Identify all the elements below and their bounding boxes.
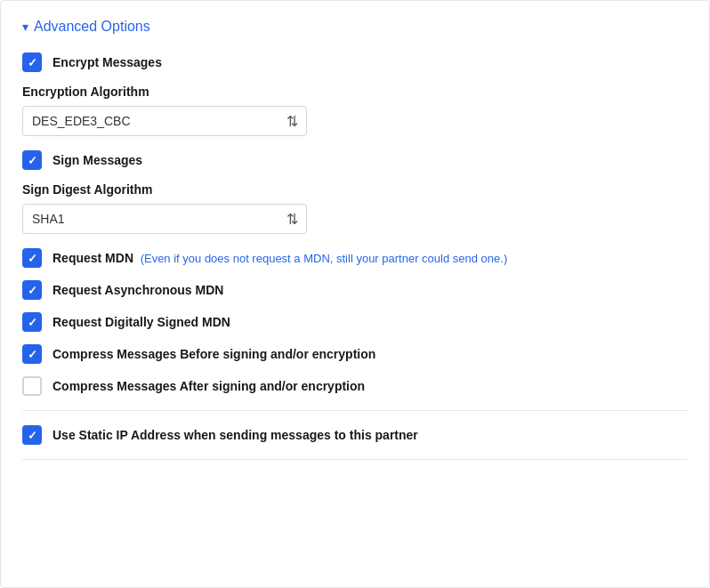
checkmark-icon: ✓: [28, 349, 37, 360]
static-ip-row: ✓ Use Static IP Address when sending mes…: [22, 425, 688, 445]
request-mdn-checkbox[interactable]: ✓: [22, 248, 42, 268]
request-async-mdn-label: Request Asynchronous MDN: [52, 283, 223, 297]
encrypt-messages-label: Encrypt Messages: [52, 55, 162, 69]
encrypt-messages-checkbox[interactable]: ✓: [22, 52, 42, 72]
checkmark-icon: ✓: [28, 317, 37, 328]
encryption-algorithm-label: Encryption Algorithm: [22, 85, 688, 99]
divider: [22, 410, 688, 411]
static-ip-checkbox[interactable]: ✓: [22, 425, 42, 445]
compress-after-checkbox[interactable]: [22, 376, 42, 396]
request-async-mdn-row: ✓Request Asynchronous MDN: [22, 280, 688, 300]
compress-after-row: Compress Messages After signing and/or e…: [22, 376, 688, 396]
sign-digest-algorithm-label: Sign Digest Algorithm: [22, 182, 688, 197]
encryption-algorithm-section: Encryption Algorithm DES_EDE3_CBC AES_12…: [22, 85, 688, 136]
compress-before-row: ✓Compress Messages Before signing and/or…: [22, 344, 688, 364]
checkmark-icon: ✓: [28, 57, 37, 68]
encryption-algorithm-select[interactable]: DES_EDE3_CBC AES_128_CBC AES_192_CBC AES…: [22, 106, 307, 136]
request-async-mdn-checkbox[interactable]: ✓: [22, 280, 42, 300]
encryption-algorithm-select-wrapper: DES_EDE3_CBC AES_128_CBC AES_192_CBC AES…: [22, 106, 307, 136]
sign-messages-checkbox[interactable]: ✓: [22, 150, 42, 170]
checkmark-icon: ✓: [28, 155, 37, 166]
static-ip-label: Use Static IP Address when sending messa…: [52, 428, 418, 442]
advanced-options-toggle[interactable]: ▾ Advanced Options: [22, 19, 688, 35]
sign-digest-algorithm-section: Sign Digest Algorithm SHA1 SHA256 SHA384…: [22, 182, 688, 234]
checkmark-icon: ✓: [28, 253, 37, 264]
checkboxes-container: ✓Request MDN (Even if you does not reque…: [22, 248, 688, 396]
request-signed-mdn-label: Request Digitally Signed MDN: [52, 315, 230, 329]
sign-digest-algorithm-select-wrapper: SHA1 SHA256 SHA384 SHA512 ⇅: [22, 204, 307, 234]
sign-digest-algorithm-select[interactable]: SHA1 SHA256 SHA384 SHA512: [22, 204, 307, 234]
compress-after-label: Compress Messages After signing and/or e…: [52, 379, 365, 393]
request-mdn-row: ✓Request MDN (Even if you does not reque…: [22, 248, 688, 268]
request-signed-mdn-row: ✓Request Digitally Signed MDN: [22, 312, 688, 332]
request-signed-mdn-checkbox[interactable]: ✓: [22, 312, 42, 332]
advanced-options-panel: ▾ Advanced Options ✓ Encrypt Messages En…: [0, 0, 710, 588]
sign-messages-label: Sign Messages: [52, 153, 142, 167]
checkmark-icon: ✓: [28, 430, 37, 441]
compress-before-checkbox[interactable]: ✓: [22, 344, 42, 364]
chevron-down-icon: ▾: [22, 20, 28, 34]
compress-before-label: Compress Messages Before signing and/or …: [52, 347, 375, 361]
request-mdn-note: (Even if you does not request a MDN, sti…: [137, 252, 507, 265]
bottom-divider: [22, 459, 688, 460]
checkmark-icon: ✓: [28, 285, 37, 296]
request-mdn-label: Request MDN (Even if you does not reques…: [52, 251, 507, 265]
sign-messages-row: ✓ Sign Messages: [22, 150, 688, 170]
encrypt-messages-row: ✓ Encrypt Messages: [22, 52, 688, 72]
advanced-options-title: Advanced Options: [34, 19, 150, 35]
